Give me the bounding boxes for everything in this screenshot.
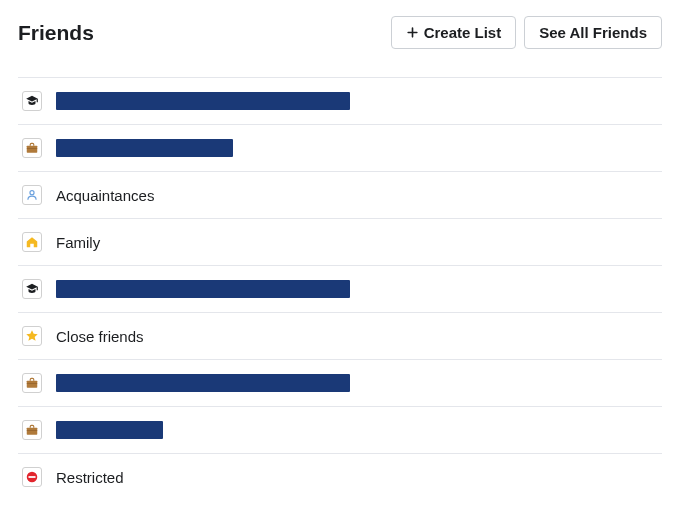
list-item[interactable]: [18, 359, 662, 406]
see-all-friends-button[interactable]: See All Friends: [524, 16, 662, 49]
redacted-label: [56, 374, 350, 392]
list-item[interactable]: Acquaintances: [18, 171, 662, 218]
redacted-label: [56, 139, 233, 157]
list-item[interactable]: [18, 265, 662, 312]
home-icon: [22, 232, 42, 252]
list-item-label: Family: [56, 234, 100, 251]
list-item-label: Restricted: [56, 469, 124, 486]
svg-rect-3: [27, 381, 38, 388]
list-item[interactable]: Restricted: [18, 453, 662, 500]
redacted-label: [56, 421, 163, 439]
star-icon: [22, 326, 42, 346]
svg-rect-5: [27, 428, 38, 435]
header: Friends Create List See All Friends: [18, 16, 662, 49]
see-all-label: See All Friends: [539, 24, 647, 41]
list-item[interactable]: [18, 77, 662, 124]
redacted-label: [56, 92, 350, 110]
svg-point-2: [30, 191, 34, 195]
friends-list: AcquaintancesFamilyClose friendsRestrict…: [18, 77, 662, 500]
restricted-icon: [22, 467, 42, 487]
svg-rect-4: [27, 383, 38, 384]
education-icon: [22, 91, 42, 111]
plus-icon: [406, 26, 419, 39]
svg-rect-6: [27, 430, 38, 431]
create-list-button[interactable]: Create List: [391, 16, 517, 49]
svg-rect-1: [27, 148, 38, 149]
list-item[interactable]: Family: [18, 218, 662, 265]
redacted-label: [56, 280, 350, 298]
briefcase-icon: [22, 373, 42, 393]
list-item-label: Acquaintances: [56, 187, 154, 204]
svg-rect-0: [27, 146, 38, 153]
list-item-label: Close friends: [56, 328, 144, 345]
person-icon: [22, 185, 42, 205]
page-title: Friends: [18, 21, 94, 45]
education-icon: [22, 279, 42, 299]
create-list-label: Create List: [424, 24, 502, 41]
list-item[interactable]: [18, 124, 662, 171]
svg-rect-8: [29, 476, 36, 478]
list-item[interactable]: [18, 406, 662, 453]
briefcase-icon: [22, 420, 42, 440]
header-actions: Create List See All Friends: [391, 16, 662, 49]
briefcase-icon: [22, 138, 42, 158]
list-item[interactable]: Close friends: [18, 312, 662, 359]
